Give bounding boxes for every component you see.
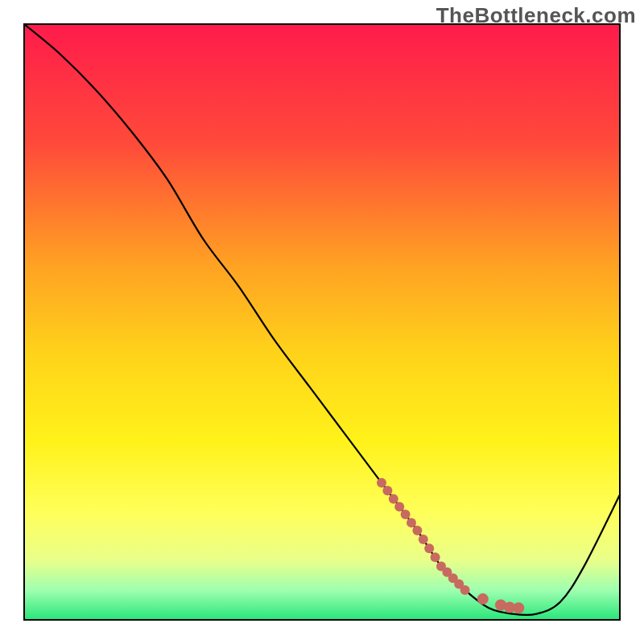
highlight-dot bbox=[382, 485, 392, 495]
bottleneck-chart bbox=[0, 0, 644, 644]
highlight-dot bbox=[460, 585, 470, 595]
chart-container: { "watermark": "TheBottleneck.com", "plo… bbox=[0, 0, 644, 644]
highlight-dot bbox=[377, 478, 386, 488]
highlight-dot bbox=[407, 518, 416, 527]
highlight-dot bbox=[424, 543, 434, 553]
highlight-dot bbox=[477, 593, 489, 605]
highlight-dot bbox=[419, 535, 428, 544]
highlight-dot bbox=[389, 494, 398, 504]
plot-background bbox=[24, 24, 620, 620]
highlight-dot bbox=[401, 510, 411, 519]
highlight-dot bbox=[412, 526, 422, 535]
highlight-dot bbox=[431, 552, 440, 562]
highlight-dot bbox=[394, 502, 404, 511]
highlight-dot bbox=[513, 602, 524, 613]
